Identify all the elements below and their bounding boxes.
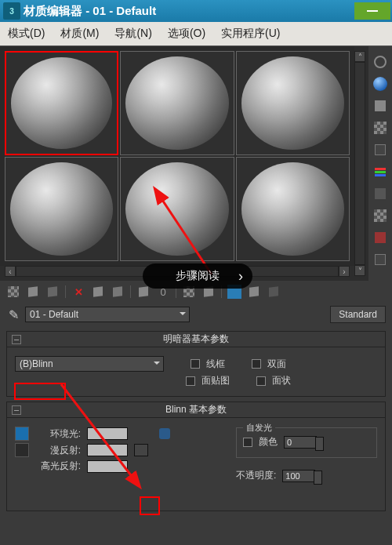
slots-v-scrollbar[interactable]: ˄ ˅	[354, 51, 365, 276]
video-color-icon[interactable]	[372, 164, 388, 180]
rollout-title: 明暗器基本参数	[163, 332, 229, 346]
opacity-label: 不透明度:	[236, 469, 276, 482]
material-name-combo[interactable]: 01 - Default	[25, 307, 190, 322]
faceted-checkbox[interactable]	[256, 376, 266, 386]
self-illum-group: 自发光 颜色 0	[236, 427, 377, 458]
make-unique-icon[interactable]	[111, 285, 125, 299]
menu-material[interactable]: 材质(M)	[53, 27, 107, 41]
sphere-preview-icon	[10, 162, 113, 256]
step-reading-label: 步骤阅读	[176, 269, 220, 283]
scroll-right-icon[interactable]: ›	[339, 266, 350, 277]
material-name-row: ✎ 01 - Default Standard	[0, 303, 392, 326]
scroll-track[interactable]	[354, 62, 365, 265]
material-name-text: 01 - Default	[30, 309, 78, 320]
sphere-preview-icon	[11, 57, 112, 149]
ambient-label: 环境光:	[35, 427, 81, 441]
specular-swatch[interactable]	[87, 460, 128, 473]
make-copy-icon[interactable]	[91, 285, 105, 299]
menu-navigation[interactable]: 导航(N)	[107, 27, 159, 41]
self-illum-legend: 自发光	[243, 422, 275, 434]
sphere-preview-icon	[241, 162, 344, 256]
material-slot-5[interactable]	[120, 157, 234, 261]
material-slot-4[interactable]	[5, 157, 118, 261]
self-illum-color-checkbox[interactable]	[243, 438, 252, 447]
scroll-left-icon[interactable]: ‹	[5, 266, 16, 277]
ambient-diffuse-lock-icon[interactable]	[159, 428, 170, 439]
right-tool-strip	[368, 46, 392, 281]
wireframe-checkbox[interactable]	[191, 359, 200, 369]
shader-type-value: (B)Blinn	[20, 358, 53, 369]
menu-mode[interactable]: 模式(D)	[0, 27, 53, 41]
diffuse-map-button[interactable]	[134, 444, 148, 456]
rollout-collapse-icon[interactable]: –	[12, 335, 21, 344]
app-logo-icon: 3	[3, 2, 20, 20]
menu-options[interactable]: 选项(O)	[160, 27, 213, 41]
select-icon[interactable]	[372, 230, 388, 245]
reset-icon[interactable]: ✕	[71, 285, 85, 299]
get-material-icon[interactable]	[6, 285, 20, 299]
separator	[130, 285, 131, 298]
material-slot-3[interactable]	[236, 51, 350, 155]
sample-type-icon[interactable]	[372, 54, 388, 70]
faceted-label: 面状	[272, 374, 291, 387]
two-sided-label: 双面	[267, 358, 286, 371]
material-slot-1[interactable]	[5, 51, 118, 155]
specular-label: 高光反射:	[35, 460, 81, 473]
opacity-spinner[interactable]: 100	[282, 470, 315, 482]
sphere-preview-icon	[125, 162, 228, 256]
options-icon[interactable]	[372, 208, 388, 223]
rollout-header[interactable]: – Blinn 基本参数	[7, 402, 385, 418]
window-titlebar: 3 材质编辑器 - 01 - Default	[0, 0, 392, 22]
backlight-icon[interactable]	[372, 98, 388, 114]
self-illum-color-label: 颜色	[259, 435, 278, 449]
sphere-preview-icon	[125, 56, 228, 150]
separator	[65, 285, 66, 298]
put-to-scene-icon[interactable]	[26, 285, 40, 299]
preview-icon[interactable]	[372, 186, 388, 202]
go-forward-icon[interactable]	[247, 285, 261, 299]
rollout-header[interactable]: – 明暗器基本参数	[7, 332, 385, 347]
sample-sphere-icon[interactable]	[372, 76, 388, 92]
diffuse-lock-icon[interactable]	[15, 443, 29, 457]
face-map-checkbox[interactable]	[186, 376, 195, 386]
menu-utilities[interactable]: 实用程序(U)	[213, 27, 288, 41]
material-type-button[interactable]: Standard	[330, 306, 386, 323]
self-illum-spinner[interactable]: 0	[284, 436, 317, 449]
window-title: 材质编辑器 - 01 - Default	[24, 4, 354, 19]
background-icon[interactable]	[372, 120, 388, 136]
shader-type-combo[interactable]: (B)Blinn	[15, 356, 164, 372]
sample-uv-icon[interactable]	[372, 142, 388, 158]
face-map-label: 面贴图	[201, 374, 230, 387]
eyedropper-icon[interactable]: ✎	[6, 307, 20, 322]
material-map-nav-icon[interactable]	[372, 252, 388, 267]
diffuse-swatch[interactable]	[87, 444, 128, 456]
material-slot-6[interactable]	[236, 157, 350, 261]
step-reading-badge[interactable]: 步骤阅读	[143, 263, 252, 289]
rollout-collapse-icon[interactable]: –	[12, 405, 21, 415]
blinn-basic-rollout: – Blinn 基本参数 环境光: 漫反射: 高光反射:	[6, 401, 386, 511]
scroll-up-icon[interactable]: ˄	[354, 51, 365, 62]
ambient-lock-icon[interactable]	[15, 427, 29, 441]
ambient-swatch[interactable]	[87, 427, 128, 440]
diffuse-label: 漫反射:	[35, 444, 81, 457]
minimize-button[interactable]	[354, 2, 390, 20]
material-slots	[0, 46, 354, 266]
sphere-preview-icon	[241, 56, 344, 150]
rollout-title: Blinn 基本参数	[165, 403, 227, 416]
two-sided-checkbox[interactable]	[252, 359, 261, 369]
shader-basic-rollout: – 明暗器基本参数 (B)Blinn 线框 双面 面贴图 面状	[6, 331, 386, 397]
material-slot-2[interactable]	[120, 51, 234, 155]
assign-icon[interactable]	[45, 285, 60, 299]
main-menu-bar: 模式(D) 材质(M) 导航(N) 选项(O) 实用程序(U)	[0, 22, 392, 45]
wireframe-label: 线框	[206, 358, 225, 371]
scroll-down-icon[interactable]: ˅	[354, 265, 365, 276]
pick-from-object-icon[interactable]	[267, 285, 281, 299]
